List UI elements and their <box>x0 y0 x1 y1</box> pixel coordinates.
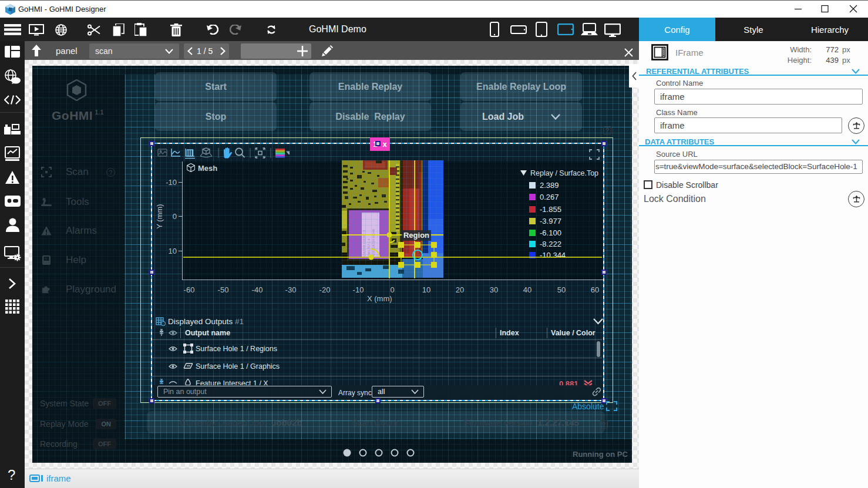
svg-text:?: ? <box>45 257 47 261</box>
